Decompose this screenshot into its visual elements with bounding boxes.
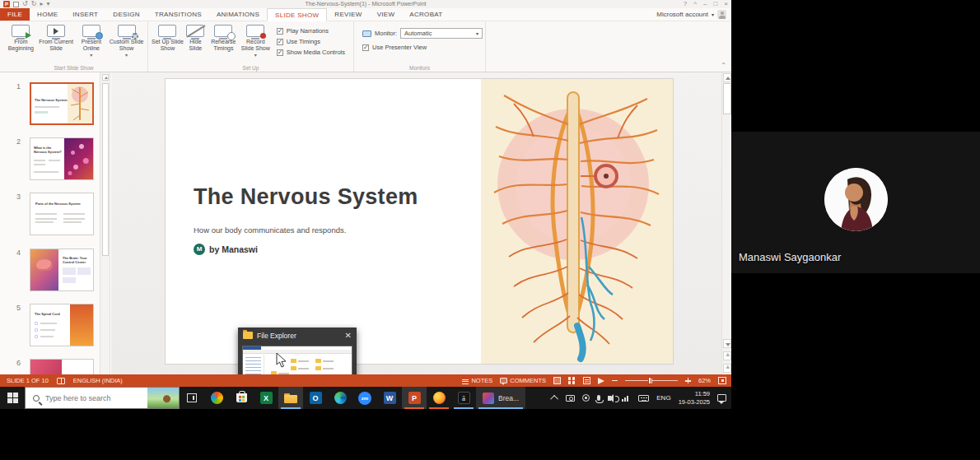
microsoft-store-button[interactable]: [229, 387, 254, 409]
start-slideshow-icon[interactable]: ▸: [40, 1, 43, 7]
zoom-level[interactable]: 62%: [698, 377, 711, 384]
slide-1-thumbnail[interactable]: The Nervous System: [30, 82, 94, 125]
help-icon[interactable]: ?: [684, 0, 687, 8]
file-explorer-button[interactable]: [278, 387, 303, 409]
slide-show-view-button[interactable]: [598, 378, 604, 384]
from-beginning-button[interactable]: From Beginning: [3, 23, 39, 52]
screen-record-icon[interactable]: [582, 394, 590, 402]
reading-view-button[interactable]: [583, 377, 590, 384]
slide-scrollbar[interactable]: ≛ ≛: [721, 72, 731, 374]
fit-slide-to-window-button[interactable]: [718, 377, 726, 384]
restore-icon[interactable]: □: [713, 0, 717, 8]
firefox-button[interactable]: [427, 387, 451, 409]
notes-button[interactable]: NOTES: [462, 377, 492, 384]
undo-icon[interactable]: ↺: [22, 1, 28, 7]
slide-6-thumbnail[interactable]: [30, 359, 94, 374]
input-language[interactable]: ENG: [656, 394, 670, 402]
tab-file[interactable]: FILE: [0, 8, 30, 21]
zoom-slider-thumb[interactable]: [648, 377, 651, 384]
window-app-icon: [483, 393, 494, 404]
from-current-slide-button[interactable]: From Current Slide: [39, 23, 74, 52]
slide-5-thumbnail[interactable]: The Spinal Cord: [30, 304, 94, 346]
touch-keyboard-icon[interactable]: [638, 395, 649, 402]
hidden-icons-chevron-icon[interactable]: [550, 395, 558, 403]
custom-slide-show-button[interactable]: Custom Slide Show: [109, 23, 144, 58]
camera-icon[interactable]: [566, 395, 575, 402]
tab-home[interactable]: HOME: [30, 8, 65, 21]
scroll-down-icon[interactable]: [723, 339, 731, 348]
scroll-up-icon[interactable]: [102, 74, 109, 81]
search-highlight-image[interactable]: [147, 388, 179, 408]
show-media-controls-checkbox[interactable]: Show Media Controls: [277, 49, 345, 56]
tab-transitions[interactable]: TRANSITIONS: [147, 8, 209, 21]
powerpoint-button[interactable]: P: [402, 387, 427, 409]
edge-button[interactable]: [328, 387, 352, 409]
comments-button[interactable]: COMMENTS: [500, 377, 546, 384]
minimize-icon[interactable]: –: [703, 0, 707, 8]
previous-slide-button[interactable]: ≛: [723, 351, 731, 360]
scroll-up-icon[interactable]: [723, 73, 731, 82]
tab-slide-show[interactable]: SLIDE SHOW: [267, 8, 327, 21]
spell-check-icon[interactable]: [57, 378, 65, 384]
tab-review[interactable]: REVIEW: [327, 8, 369, 21]
start-button[interactable]: [0, 387, 25, 409]
save-icon[interactable]: [13, 2, 19, 7]
tab-view[interactable]: VIEW: [370, 8, 403, 21]
record-slide-show-button[interactable]: Record Slide Show: [240, 23, 272, 58]
tab-insert[interactable]: INSERT: [65, 8, 105, 21]
excel-button[interactable]: X: [254, 387, 278, 409]
slide-3-thumbnail[interactable]: Parts of the Nervous System: [30, 193, 94, 235]
outlook-button[interactable]: O: [303, 387, 328, 409]
network-icon[interactable]: [622, 394, 631, 402]
normal-view-button[interactable]: [553, 377, 561, 384]
zoom-in-button[interactable]: [685, 378, 691, 383]
scrollbar-thumb[interactable]: [723, 83, 731, 114]
slide-2-thumbnail[interactable]: What is the Nervous System?: [30, 137, 94, 180]
slide-byline: M by Manaswi: [194, 244, 258, 255]
redo-icon[interactable]: ↻: [31, 1, 37, 7]
monitor-select[interactable]: Automatic ▾: [400, 28, 483, 39]
language-indicator[interactable]: ENGLISH (INDIA): [73, 377, 123, 384]
zoom-slider[interactable]: [625, 380, 678, 382]
zoom-out-button[interactable]: [612, 380, 618, 382]
word-button[interactable]: W: [377, 387, 402, 409]
ribbon-options-icon[interactable]: ^: [693, 0, 697, 8]
scrollbar-thumb[interactable]: [102, 83, 109, 256]
slide-sorter-view-button[interactable]: [568, 377, 576, 384]
clock[interactable]: 11:59 19-03-2025: [679, 390, 710, 406]
qat-dropdown-icon[interactable]: ▾: [46, 1, 49, 7]
slide-4-thumbnail[interactable]: The Brain: Your Control Center: [30, 249, 94, 291]
brain-mini-art: [30, 249, 58, 290]
present-online-button[interactable]: Present Online: [74, 23, 110, 58]
search-input[interactable]: [45, 394, 147, 402]
a-app-button[interactable]: ā: [451, 387, 476, 409]
microphone-icon[interactable]: [597, 395, 600, 401]
copilot-button[interactable]: [204, 387, 229, 409]
taskbar-search-box[interactable]: [25, 387, 180, 409]
use-presenter-view-checkbox[interactable]: Use Presenter View: [362, 44, 483, 51]
tab-design[interactable]: DESIGN: [105, 8, 147, 21]
account-menu[interactable]: Microsoft account ▾: [656, 8, 731, 21]
speaker-icon[interactable]: [608, 396, 611, 401]
open-window-button[interactable]: Brea...: [476, 387, 525, 409]
thumbnail-scrollbar[interactable]: [100, 72, 110, 374]
account-avatar: [717, 10, 726, 19]
task-view-button[interactable]: [180, 387, 204, 409]
close-preview-icon[interactable]: ✕: [345, 332, 352, 340]
hide-slide-button[interactable]: Hide Slide: [184, 23, 208, 52]
current-slide[interactable]: The Nervous System How our body communic…: [165, 78, 674, 365]
use-timings-checkbox[interactable]: Use Timings: [277, 38, 345, 45]
close-icon[interactable]: ×: [724, 0, 728, 8]
rehearse-timings-button[interactable]: Rehearse Timings: [208, 23, 240, 52]
tab-animations[interactable]: ANIMATIONS: [209, 8, 267, 21]
play-narrations-checkbox[interactable]: Play Narrations: [277, 27, 345, 35]
collapse-ribbon-icon[interactable]: ⌃: [721, 62, 726, 69]
thumbnail-row: 5 The Spinal Cord: [30, 304, 94, 346]
action-center-icon[interactable]: [717, 394, 726, 402]
next-slide-button[interactable]: ≛: [723, 364, 731, 373]
nervous-system-mini-art: [68, 84, 92, 123]
zoom-app-button[interactable]: zm: [352, 387, 377, 409]
set-up-slide-show-button[interactable]: Set Up Slide Show: [152, 23, 184, 52]
participant-tile[interactable]: Manaswi Saygaonkar: [731, 132, 980, 273]
tab-acrobat[interactable]: ACROBAT: [402, 8, 450, 21]
